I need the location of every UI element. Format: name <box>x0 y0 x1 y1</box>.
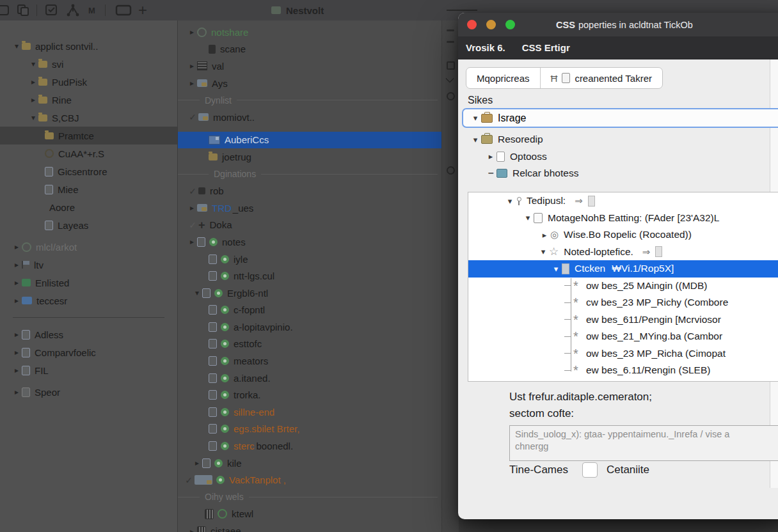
editor-scrollbar-strip[interactable] <box>441 20 459 532</box>
file-icon <box>209 407 217 417</box>
tree-branch <box>564 302 571 303</box>
time-games-checkbox[interactable] <box>582 462 598 478</box>
tab-properties[interactable]: Mqopricreas <box>466 68 540 88</box>
tree-item[interactable]: ▾applict sontvil.. <box>0 37 177 55</box>
tree-item[interactable]: ▸TRD _ues <box>178 199 441 217</box>
tree-item[interactable]: ▾☆Noted-loptefice.⇒ <box>468 244 778 261</box>
branch-icon[interactable] <box>65 0 81 20</box>
window-icon[interactable] <box>0 0 9 20</box>
status-green-icon <box>214 459 223 467</box>
tree-item-selected[interactable]: Pramtce <box>0 127 177 145</box>
tree-item[interactable]: ▾MotageNohB Eatting: (FAder [23'A32)L <box>468 210 778 227</box>
tree-item[interactable]: iyle <box>178 251 441 268</box>
tree-item[interactable]: ▸Comparvfoelic <box>0 343 177 361</box>
hash-icon: Ħ <box>551 73 558 84</box>
tree-item[interactable]: *ow bes_21_MYing.ba (Cambor <box>468 328 778 345</box>
device-icon <box>209 45 216 54</box>
tree-item[interactable]: trorka. <box>178 386 441 403</box>
tree-item[interactable]: ktewl <box>178 506 441 523</box>
tree-item[interactable]: Miee <box>0 180 177 198</box>
tree-item-selected[interactable]: ▾Ctcken₩Vi.1/Rop5X] <box>468 260 778 278</box>
tree-item[interactable]: ▾svi <box>0 55 177 73</box>
file-icon <box>22 348 30 357</box>
custom-code-field[interactable]: Sinds_uolog_x): gtaa- yppentaimenu._Inre… <box>509 425 778 461</box>
module-icon <box>22 297 32 304</box>
tree-item[interactable]: *ew bes_6.11/Rengin (SLEB) <box>468 362 778 379</box>
tree-item[interactable]: Aoore <box>0 198 177 216</box>
tree-item[interactable]: ▸◎Wise.Bo Ropelic (Rocoated)) <box>468 226 778 244</box>
tree-item[interactable]: ▸Rine <box>0 91 177 109</box>
file-icon <box>209 271 217 281</box>
tree-item[interactable]: *ew bes_611/Pengin [Mcrviosor <box>468 311 778 329</box>
tree-branch <box>564 370 571 371</box>
checklist-icon[interactable] <box>45 0 59 20</box>
tree-item-selected[interactable]: AuberiCcs <box>178 132 441 149</box>
tree-item[interactable]: sterc boonedl. <box>178 437 441 455</box>
tab-created-marker[interactable]: Ħ creanented Takrer <box>540 68 662 88</box>
tree-item[interactable]: ▸ltv <box>0 256 177 274</box>
file-icon <box>202 288 210 298</box>
tree-item[interactable]: ntt-lgs.cul <box>178 267 441 285</box>
tree-item[interactable]: a-lopitavpinio. <box>178 318 441 336</box>
tree-item[interactable]: ▸val <box>178 58 441 75</box>
tree-item[interactable]: ▸cistaee <box>178 522 441 532</box>
status-green-icon <box>221 391 229 399</box>
file-icon <box>45 185 53 194</box>
m-button[interactable]: M <box>88 0 95 20</box>
tree-item[interactable]: ▾Tedipusl:⇒ <box>468 192 778 210</box>
tree-item[interactable]: ▸notes <box>178 233 441 251</box>
star-icon: ☆ <box>549 247 559 257</box>
tree-item[interactable]: ▸FIL <box>0 361 177 379</box>
tree-item[interactable]: ▸Enlisted <box>0 274 177 292</box>
tree-item[interactable]: ▸Speor <box>0 383 177 401</box>
tree-item[interactable]: *ow bes_23 MP_Richa (Cimopat <box>468 345 778 363</box>
tree-item[interactable]: a.itaned. <box>178 370 441 387</box>
copy-icon[interactable] <box>17 0 29 20</box>
tree-item[interactable]: Gicsentrore <box>0 162 177 180</box>
tree-item[interactable]: scane <box>178 41 441 58</box>
tree-item[interactable]: ▸kile <box>178 455 441 472</box>
tree-item[interactable]: sillne-end <box>178 403 441 421</box>
asterisk-icon: * <box>573 333 581 340</box>
tree-item[interactable]: ▸teccesr <box>0 292 177 309</box>
tree-item[interactable]: −Relcar bhotess <box>458 165 778 182</box>
tree-item[interactable]: esttofc <box>178 336 441 353</box>
tree-item[interactable]: Layeas <box>0 216 177 234</box>
tree-item[interactable]: joetrug <box>178 148 441 166</box>
tree-item[interactable]: ▸Optooss <box>458 148 778 166</box>
tree-item[interactable]: ✓+Doka <box>178 217 441 234</box>
tree-item[interactable]: ▾Resoredip <box>458 131 778 148</box>
tree-item[interactable]: ✓momiovt.. <box>178 109 441 126</box>
tree-item[interactable]: ✓VackTanplot , <box>178 471 441 489</box>
tree-item[interactable]: CuAA*+r.S <box>0 145 177 162</box>
scroll-mark <box>447 166 455 175</box>
minimize-button[interactable] <box>486 20 496 29</box>
tree-item[interactable]: meators <box>178 352 441 370</box>
component-icon <box>496 169 507 178</box>
add-tab-button[interactable]: + <box>138 0 147 20</box>
tree-item[interactable]: ▸notshare <box>178 24 441 41</box>
tree-item[interactable]: *cw bes_23 MP_Richy (Combore <box>468 294 778 311</box>
tree-item[interactable]: c-fopntl <box>178 302 441 319</box>
tree-item[interactable]: ✓rob <box>178 182 441 199</box>
value-box-icon <box>588 196 595 207</box>
tree-item[interactable]: ▾Ergbl6-ntl <box>178 285 441 302</box>
value-box-icon <box>655 246 662 257</box>
tree-item[interactable]: egs.sbilet Brter, <box>178 421 441 438</box>
window-frame-icon[interactable] <box>115 0 132 20</box>
file-icon <box>22 387 30 397</box>
zoom-button[interactable] <box>505 20 515 29</box>
tree-item[interactable]: ▸Ays <box>178 75 441 92</box>
tree-item[interactable]: ▸Adless <box>0 325 177 343</box>
status-green-icon <box>218 509 227 519</box>
close-button[interactable] <box>467 20 477 29</box>
tree-item[interactable]: ▾S,CBJ <box>0 109 177 127</box>
tree-item[interactable]: *ow bes_25 MAingin ((MDB) <box>468 278 778 295</box>
tree-item[interactable]: ▸PudPisk <box>0 73 177 91</box>
tree-item[interactable]: ▸mlcl/arkot <box>0 238 177 256</box>
module-icon <box>22 279 31 286</box>
tree-item-focused[interactable]: ▾Israge <box>462 108 778 128</box>
styles-label: Sikes <box>468 95 493 106</box>
scroll-mark <box>447 41 454 43</box>
folder-icon <box>209 153 218 160</box>
